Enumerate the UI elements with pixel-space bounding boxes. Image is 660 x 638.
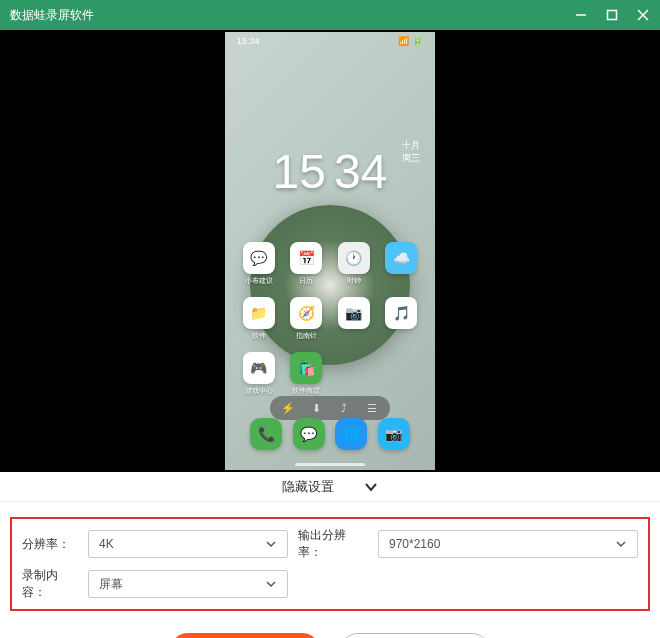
dock-mini-icon: ⤴ [336,400,352,416]
clock-hour: 15 [273,144,326,199]
phone-dock-icon: 🌐 [335,418,367,450]
minimize-icon [574,8,588,22]
phone-app-row-2: 📁软件 🧭指南针 📷 🎵 [225,297,435,341]
settings-toggle[interactable]: 隐藏设置 [0,472,660,502]
phone-app-icon: 📁 [243,297,275,329]
output-resolution-label: 输出分辨率： [298,527,368,561]
phone-app-icon: 💬 [243,242,275,274]
svg-rect-1 [608,11,617,20]
dock-mini-icon: ☰ [364,400,380,416]
dock-mini-icon: ⬇ [308,400,324,416]
phone-dock: 📞 💬 🌐 📷 [225,418,435,450]
phone-status-time: 15:34 [237,36,260,50]
screenshot-button[interactable]: 截图 [340,633,490,638]
phone-preview: 15:34 📶 🔋 15 34 十月 周三 💬小布建议 📅日历 🕐时钟 ☁️ 📁… [225,32,435,470]
phone-app-icon: 🧭 [290,297,322,329]
minimize-button[interactable] [574,8,588,22]
content-select[interactable]: 屏幕 [88,570,288,598]
phone-app-icon: 📷 [338,297,370,329]
resolution-value: 4K [99,537,114,551]
content-label: 录制内容： [22,567,78,601]
phone-statusbar: 15:34 📶 🔋 [225,32,435,54]
app-title: 数据蛙录屏软件 [10,7,574,24]
settings-row-resolution: 分辨率： 4K 输出分辨率： 970*2160 [22,527,638,561]
chevron-down-icon [364,480,378,494]
phone-app-icon: ☁️ [385,242,417,274]
phone-dock-chip: ⚡ ⬇ ⤴ ☰ [270,396,390,420]
phone-home-indicator [295,463,365,466]
phone-dock-icon: 📞 [250,418,282,450]
settings-row-content: 录制内容： 屏幕 [22,567,638,601]
settings-panel: 分辨率： 4K 输出分辨率： 970*2160 录制内容： 屏幕 [0,502,660,621]
resolution-label: 分辨率： [22,536,78,553]
phone-app-icon: 🛍️ [290,352,322,384]
close-button[interactable] [636,8,650,22]
output-resolution-value: 970*2160 [389,537,440,551]
chevron-down-icon [265,538,277,550]
maximize-icon [606,9,618,21]
action-bar: 录制 截图 录制历史 [0,621,660,638]
phone-dock-icon: 📷 [378,418,410,450]
clock-minute: 34 [334,144,387,199]
phone-app-row-3: 🎮游戏中心 🛍️软件商店 [225,352,435,396]
phone-app-icon: 🎵 [385,297,417,329]
window-controls [574,8,650,22]
settings-highlight-box: 分辨率： 4K 输出分辨率： 970*2160 录制内容： 屏幕 [10,517,650,611]
titlebar: 数据蛙录屏软件 [0,0,660,30]
resolution-select[interactable]: 4K [88,530,288,558]
phone-dock-icon: 💬 [293,418,325,450]
content-value: 屏幕 [99,576,123,593]
preview-area: 15:34 📶 🔋 15 34 十月 周三 💬小布建议 📅日历 🕐时钟 ☁️ 📁… [0,30,660,472]
chevron-down-icon [615,538,627,550]
close-icon [636,8,650,22]
phone-app-icon: 🕐 [338,242,370,274]
phone-app-row-1: 💬小布建议 📅日历 🕐时钟 ☁️ [225,242,435,286]
dock-mini-icon: ⚡ [280,400,296,416]
settings-toggle-label: 隐藏设置 [282,478,334,496]
phone-app-icon: 📅 [290,242,322,274]
phone-status-icons: 📶 🔋 [398,36,423,50]
record-button[interactable]: 录制 [170,633,320,638]
maximize-button[interactable] [606,9,618,21]
output-resolution-select[interactable]: 970*2160 [378,530,638,558]
phone-app-icon: 🎮 [243,352,275,384]
chevron-down-icon [265,578,277,590]
